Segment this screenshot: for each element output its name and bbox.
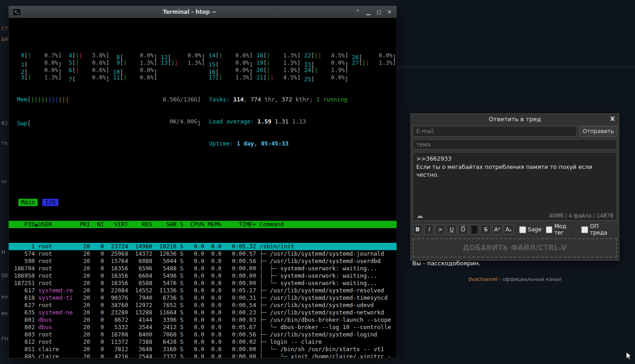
cpu-percent: 0.0% (379, 52, 392, 59)
close-reply-button[interactable]: X (610, 115, 615, 122)
page-divider (397, 67, 635, 67)
cpu-meter-5: 5[|0.6%] (65, 59, 109, 67)
htop-screen: 0[|0.7%] 4[||3.8%] 8[0.0%]12[0.0%]14[|0.… (9, 18, 397, 358)
cpu-meter-12: 12[0.0%] (160, 52, 205, 59)
cpu-id: 25 (304, 76, 311, 83)
cpu-percent: 1.3% (187, 59, 201, 67)
cpu-id: 27 (352, 59, 359, 67)
cpu-id: 11 (113, 74, 120, 81)
process-row-617[interactable]: 617 systemd-re 20 0 22084 14552 11336 S … (9, 287, 397, 294)
channel-link[interactable]: dvachannel (468, 276, 498, 282)
terminal-window: >_ Terminal - htop ~ ⌃▁◻✕ 0[|0.7%] 4[||3… (8, 6, 397, 358)
process-row-802[interactable]: 802 dbus 20 0 5332 3544 2412 S 0.0 0.0 0… (9, 324, 397, 331)
htop-tab-main[interactable]: Main (18, 199, 38, 206)
cpu-id: 9 (113, 59, 120, 67)
close-button[interactable]: ✕ (386, 8, 393, 16)
cpu-percent: 0.0% (92, 74, 106, 81)
cpu-percent: 3.8% (92, 52, 106, 59)
format-underline-button[interactable]: U (447, 224, 457, 235)
process-row-851[interactable]: 851 claire 20 0 7812 3648 3160 S 0.0 0.0… (9, 346, 397, 353)
cpu-meter-7: 7[0.0%] (65, 74, 109, 81)
cpu-bar: || (76, 52, 83, 59)
cpu-meter-17: 17[|1.3%] (208, 74, 253, 81)
format-sup-button[interactable]: Aᵃ (492, 224, 502, 235)
cpu-percent: 0.0% (44, 67, 58, 74)
cpu-percent: 0.6% (92, 59, 106, 67)
format-italic-button[interactable]: I (424, 224, 434, 235)
maximize-button[interactable]: ◻ (375, 8, 382, 16)
op-thread-checkbox[interactable]: ОП треда (581, 223, 617, 236)
process-row-812[interactable]: 812 root 20 0 11372 7388 6428 S 0.0 0.0 … (9, 338, 397, 346)
htop-tab-io[interactable]: I/O (42, 199, 58, 206)
email-input[interactable] (413, 126, 577, 137)
cpu-meter-26: 26[0.0%] (352, 52, 396, 59)
cpu-id: 19 (256, 59, 263, 67)
swap-meter: Swp[0K/4.00G] (17, 118, 201, 125)
comment-box: >>3662933 Если ты о мегабайтах потреблен… (413, 152, 617, 221)
rollup-button[interactable]: ⌃ (354, 8, 361, 16)
format-toolbar: BI>UO█SAᵃAₐSageМод тегОП треда (413, 223, 617, 236)
cpu-bar: | (315, 67, 318, 74)
format-strike-button[interactable]: S (481, 224, 491, 235)
process-row-1[interactable]: 1 root 20 0 23724 14960 10216 S 0.0 0.0 … (9, 243, 397, 250)
meter-value: 8.56G/126G (163, 96, 197, 103)
mod-tag-checkbox[interactable]: Мод тег (546, 223, 578, 236)
process-row-186950[interactable]: 186950 root 20 0 16356 6604 5496 S 0.0 0… (9, 272, 397, 280)
cpu-meter-23: 23[0.0%] (304, 59, 348, 67)
cpu-bar: || (315, 52, 322, 59)
process-row-618[interactable]: 618 systemd-ti 20 0 90376 7940 6736 S 0.… (9, 294, 397, 302)
cpu-percent: 0.0% (235, 59, 249, 67)
cpu-meter-13: 13[||1.3%] (160, 59, 205, 67)
cpu-bar: || (171, 59, 178, 67)
cpu-percent: 1.3% (140, 59, 153, 67)
cpu-percent: 0.0% (140, 67, 153, 74)
cpu-id: 24 (304, 67, 311, 74)
format-spoiler-button[interactable]: █ (470, 224, 480, 235)
process-row-187251[interactable]: 187251 root 20 0 16356 6588 5476 S 0.0 0… (9, 280, 397, 287)
process-row-803[interactable]: 803 root 20 0 16708 8400 7068 S 0.0 0.0 … (9, 331, 397, 338)
desktop-fragment: та (1, 140, 7, 146)
textarea-grip-icon[interactable]: ☁ (416, 213, 423, 219)
process-row-574[interactable]: 574 root 20 0 25968 14372 12636 S 0.0 0.… (9, 250, 397, 258)
cpu-percent: 0.6% (235, 52, 249, 59)
process-row-186704[interactable]: 186704 root 20 0 16356 6596 5488 S 0.0 0… (9, 265, 397, 272)
format-sub-button[interactable]: Aₐ (504, 224, 514, 235)
process-row-635[interactable]: 635 systemd-ne 20 0 23280 13288 11664 S … (9, 309, 397, 316)
process-row-627[interactable]: 627 root 20 0 38760 12972 7652 S 0.0 0.0… (9, 302, 397, 309)
cpu-percent: 1.3% (283, 59, 297, 67)
cpu-percent: 1.3% (283, 52, 297, 59)
subject-input[interactable] (413, 139, 617, 150)
file-dropzone[interactable]: ДОБАВИТЬ ФАЙЛ/CTRL-V (413, 238, 617, 258)
cpu-bar: | (267, 59, 271, 67)
cpu-meter-grid: 0[|0.7%] 4[||3.8%] 8[0.0%]12[0.0%]14[|0.… (17, 52, 397, 81)
checkbox-box[interactable] (546, 226, 553, 233)
cpu-meter-1: 1[0.0%] (17, 59, 62, 67)
process-row-590[interactable]: 590 root 20 0 15764 6088 5044 S 0.0 0.0 … (9, 258, 397, 265)
checkbox-box[interactable] (519, 226, 526, 233)
sage-checkbox[interactable]: Sage (519, 226, 542, 233)
process-row-885[interactable]: 885 claire 20 0 4216 2544 2332 S 0.0 0.0… (9, 353, 397, 358)
cpu-id: 3 (17, 74, 24, 81)
desktop-fragment: кн (1, 294, 8, 300)
cpu-meter-22: 22[||4.5%] (304, 52, 348, 59)
process-table-header[interactable]: PID▲USER PRI NI VIRT RES SHR S CPU% MEM%… (9, 221, 397, 228)
cpu-meter-14: 14[|0.6%] (208, 52, 253, 59)
format-bold-button[interactable]: B (413, 224, 423, 235)
comment-textarea[interactable]: >>3662933 Если ты о мегабайтах потреблен… (413, 152, 617, 207)
cpu-bar: || (363, 59, 369, 67)
terminal-titlebar[interactable]: >_ Terminal - htop ~ ⌃▁◻✕ (9, 6, 397, 18)
uptime-line: Uptime: 1 day, 05:45:33 (209, 140, 289, 147)
cpu-meter-25: 25[0.0%] (304, 74, 348, 81)
minimize-button[interactable]: ▁ (365, 8, 372, 16)
cpu-meter-2: 2[0.0%] (17, 67, 62, 74)
cpu-bar: | (28, 74, 32, 81)
file-limit-info: 40Мб / 4 файла / 14878 (549, 213, 613, 219)
cpu-percent: 0.0% (331, 59, 345, 67)
process-row-801[interactable]: 801 dbus 20 0 8672 4144 3396 S 0.0 0.0 0… (9, 316, 397, 324)
checkbox-box[interactable] (581, 226, 588, 233)
format-overline-button[interactable]: O (458, 224, 468, 235)
reply-panel-header[interactable]: Ответить в тред X (411, 114, 619, 124)
format-quote-button[interactable]: > (435, 224, 445, 235)
cpu-bar: | (267, 67, 271, 74)
submit-button[interactable]: Отправить (579, 126, 617, 137)
